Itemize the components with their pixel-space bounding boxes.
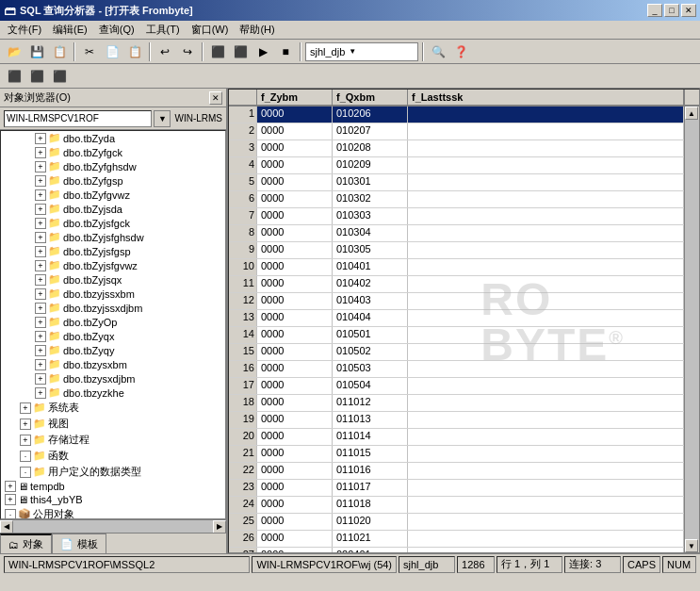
menu-query[interactable]: 查询(Q) — [93, 21, 140, 39]
table-row[interactable]: 150000010502 — [229, 344, 684, 361]
grid-body[interactable]: 1000001020620000010207300000102084000001… — [229, 107, 684, 552]
vscroll-track[interactable] — [685, 120, 699, 539]
server-input[interactable] — [4, 110, 152, 127]
tree-expand-icon[interactable]: + — [5, 481, 16, 492]
tree-expand-icon[interactable]: + — [35, 288, 46, 300]
tree-container[interactable]: +📁dbo.tbZyda+📁dbo.tbZyfgck+📁dbo.tbZyfghs… — [0, 130, 226, 519]
tree-expand-icon[interactable]: + — [35, 345, 46, 356]
new-button[interactable]: 📋 — [49, 41, 70, 62]
table-row[interactable]: 260000011021 — [229, 531, 684, 548]
table-row[interactable]: 160000010503 — [229, 361, 684, 378]
tree-expand-icon[interactable]: + — [35, 133, 46, 144]
tree-item[interactable]: ·📦公用对象 — [1, 506, 225, 519]
tb2-btn3[interactable]: ⬛ — [49, 66, 70, 87]
tree-item[interactable]: +📁dbo.tbZyjsfghsdw — [1, 230, 225, 244]
table-row[interactable]: 20000010207 — [229, 123, 684, 140]
tree-item[interactable]: +📁dbo.tbZyqx — [1, 329, 225, 343]
table-row[interactable]: 50000010301 — [229, 174, 684, 191]
tree-item[interactable]: ·📁函数 — [1, 448, 225, 464]
tree-item[interactable]: +📁dbo.tbzyjssxdjbm — [1, 301, 225, 315]
tree-expand-icon[interactable]: · — [20, 467, 31, 478]
tree-expand-icon[interactable]: + — [20, 435, 31, 446]
tree-item[interactable]: +🖥tempdb — [1, 480, 225, 493]
tree-expand-icon[interactable]: + — [20, 402, 31, 414]
tree-expand-icon[interactable]: + — [35, 303, 46, 314]
tree-item[interactable]: +📁dbo.tbzysxdjbm — [1, 371, 225, 386]
cancel-button[interactable]: ■ — [275, 41, 296, 62]
tab-templates[interactable]: 📄 模板 — [52, 534, 106, 553]
tree-item[interactable]: +📁dbo.tbZyfgck — [1, 145, 225, 159]
tree-expand-icon[interactable]: + — [35, 189, 46, 201]
tree-expand-icon[interactable]: + — [35, 331, 46, 342]
table-row[interactable]: 170000010504 — [229, 378, 684, 395]
table-row[interactable]: 270000020401 — [229, 548, 684, 552]
table-row[interactable]: 220000011016 — [229, 463, 684, 480]
table-row[interactable]: 120000010403 — [229, 293, 684, 310]
tree-item[interactable]: +📁dbo.tbZyjsqx — [1, 272, 225, 287]
tree-expand-icon[interactable]: + — [35, 260, 46, 271]
server-dropdown[interactable]: ▼ — [154, 110, 171, 127]
open-button[interactable]: 📂 — [4, 41, 24, 62]
table-row[interactable]: 140000010501 — [229, 327, 684, 344]
tree-item[interactable]: +📁dbo.tbZyfghsdw — [1, 159, 225, 173]
tb2-btn1[interactable]: ⬛ — [4, 66, 24, 87]
tab-objects[interactable]: 🗂 对象 — [0, 534, 52, 553]
redo-button[interactable]: ↪ — [177, 41, 198, 62]
left-panel-hscrollbar[interactable]: ◀ ▶ — [0, 519, 226, 533]
close-button[interactable]: ✕ — [681, 4, 696, 17]
table-row[interactable]: 80000010304 — [229, 225, 684, 242]
scroll-right-button[interactable]: ▶ — [213, 520, 226, 534]
tree-expand-icon[interactable]: + — [35, 317, 46, 328]
tree-expand-icon[interactable]: + — [20, 419, 31, 430]
tree-item[interactable]: +📁系统表 — [1, 400, 225, 416]
tree-expand-icon[interactable]: + — [35, 387, 46, 399]
scroll-up-button[interactable]: ▲ — [685, 107, 698, 120]
scroll-track[interactable] — [13, 520, 213, 534]
copy-button[interactable]: 📄 — [102, 41, 122, 62]
tree-item[interactable]: +📁dbo.tbZyjsda — [1, 202, 225, 216]
tree-item[interactable]: +📁dbo.tbZyjsfgck — [1, 216, 225, 230]
tree-expand-icon[interactable]: + — [35, 373, 46, 385]
table-row[interactable]: 110000010402 — [229, 276, 684, 293]
menu-window[interactable]: 窗口(W) — [186, 21, 235, 39]
table-row[interactable]: 100000010401 — [229, 259, 684, 276]
tree-expand-icon[interactable]: · — [5, 509, 16, 520]
tree-expand-icon[interactable]: + — [35, 274, 46, 286]
tree-item[interactable]: +📁dbo.tbZyda — [1, 131, 225, 145]
table-row[interactable]: 240000011018 — [229, 497, 684, 514]
tree-item[interactable]: +📁dbo.tbZyjsfgvwz — [1, 258, 225, 272]
tree-item[interactable]: ·📁用户定义的数据类型 — [1, 464, 225, 480]
minimize-button[interactable]: _ — [647, 4, 662, 17]
tree-expand-icon[interactable]: + — [35, 232, 46, 243]
stop-button[interactable]: ⬛ — [230, 41, 251, 62]
scroll-down-button[interactable]: ▼ — [685, 539, 698, 552]
run-button[interactable]: ▶ — [252, 41, 273, 62]
tree-expand-icon[interactable]: + — [5, 494, 16, 505]
scroll-left-button[interactable]: ◀ — [0, 520, 13, 534]
table-row[interactable]: 190000011013 — [229, 412, 684, 429]
table-row[interactable]: 10000010206 — [229, 107, 684, 123]
search-button[interactable]: 🔍 — [428, 41, 448, 62]
table-row[interactable]: 230000011017 — [229, 480, 684, 497]
help-btn[interactable]: ❓ — [450, 41, 471, 62]
table-row[interactable]: 70000010303 — [229, 208, 684, 225]
tree-expand-icon[interactable]: + — [35, 175, 46, 187]
tree-expand-icon[interactable]: + — [35, 246, 46, 257]
menu-tools[interactable]: 工具(T) — [140, 21, 186, 39]
tree-item[interactable]: +🖥this4_ybYB — [1, 493, 225, 506]
tree-item[interactable]: +📁dbo.tbZyqy — [1, 343, 225, 357]
left-panel-close-button[interactable]: ✕ — [209, 91, 222, 105]
tree-item[interactable]: +📁存储过程 — [1, 432, 225, 448]
tree-item[interactable]: +📁dbo.tbZyfgsp — [1, 173, 225, 188]
tree-item[interactable]: +📁dbo.tbzyzkhe — [1, 386, 225, 400]
vertical-scrollbar[interactable]: ▲ ▼ — [684, 107, 699, 552]
table-row[interactable]: 30000010208 — [229, 140, 684, 157]
tb2-btn2[interactable]: ⬛ — [26, 66, 47, 87]
tree-expand-icon[interactable]: · — [20, 451, 31, 462]
menu-help[interactable]: 帮助(H) — [234, 21, 280, 39]
undo-button[interactable]: ↩ — [155, 41, 175, 62]
tree-expand-icon[interactable]: + — [35, 218, 46, 229]
tree-item[interactable]: +📁dbo.tbzysxbm — [1, 357, 225, 371]
cut-button[interactable]: ✂ — [79, 41, 100, 62]
tree-expand-icon[interactable]: + — [35, 204, 46, 215]
